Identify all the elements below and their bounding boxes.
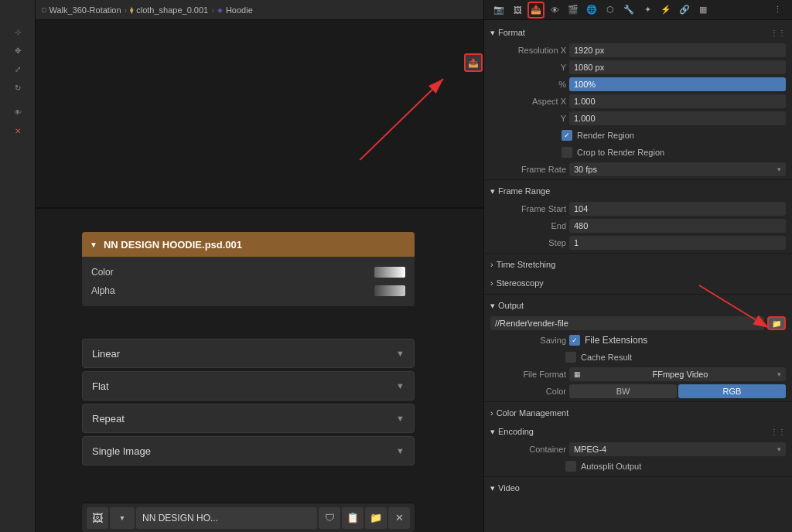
alpha-swatch [374, 285, 405, 296]
prop-constraints-icon[interactable]: 🔗 [676, 2, 693, 19]
divider-4 [484, 401, 792, 402]
prop-linear-dropdown[interactable]: Linear ▼ [82, 339, 415, 368]
section-output-header[interactable]: ▾ Output [484, 296, 792, 315]
left-sidebar-icon-1[interactable]: ⊹ [9, 23, 26, 40]
divider-2 [484, 253, 792, 254]
breadcrumb-sep-1: › [125, 5, 128, 15]
node-image-name: NN DESIGN HO... [136, 507, 317, 529]
prop-repeat-dropdown[interactable]: Repeat ▼ [82, 404, 415, 433]
section-color-mgmt-header[interactable]: › Color Management [484, 404, 792, 422]
section-format-header[interactable]: ▾ Format ⋮⋮ [484, 23, 792, 42]
output-tab-icon[interactable]: 📤 [468, 58, 479, 68]
panel-menu-icons: ⋮ [769, 2, 786, 19]
cache-result-row: Cache Result [484, 349, 792, 366]
section-time-stretching-header[interactable]: › Time Stretching [484, 255, 792, 274]
left-sidebar-icon-3[interactable]: ⤢ [9, 60, 26, 77]
frame-start-value[interactable]: 104 [569, 202, 786, 216]
color-bw-btn[interactable]: BW [569, 384, 677, 398]
prop-output-icon[interactable]: 📤 [527, 2, 544, 19]
frame-range-label: Frame Range [498, 186, 550, 196]
frame-rate-dropdown[interactable]: 30 fps ▾ [569, 162, 786, 176]
svg-line-1 [360, 79, 443, 160]
output-icon-highlight: 📤 [463, 53, 483, 73]
crop-render-region-checkbox[interactable] [562, 147, 572, 158]
prop-scene-icon[interactable]: 🎬 [565, 2, 582, 19]
format-label: Format [498, 28, 525, 37]
container-row: Container MPEG-4 ▾ [484, 441, 792, 458]
container-dropdown[interactable]: MPEG-4 ▾ [569, 442, 786, 456]
aspect-x-value[interactable]: 1.000 [569, 94, 786, 108]
right-panel-header: 📷 🖼 📤 👁 🎬 🌐 ⬡ 🔧 ✦ ⚡ 🔗 ▦ ⋮ [484, 0, 792, 20]
prop-physics-icon[interactable]: ⚡ [657, 2, 674, 19]
frame-rate-value: 30 fps [574, 165, 597, 174]
resolution-y-label: Y [497, 63, 566, 72]
resolution-y-value[interactable]: 1080 px [569, 60, 786, 74]
breadcrumb-item-2[interactable]: cloth_shape_0.001 [136, 5, 208, 15]
color-mode-label: Color [497, 387, 566, 396]
saving-label: Saving [497, 336, 566, 345]
panel-menu-icon[interactable]: ⋮ [769, 2, 786, 19]
resolution-percent-value[interactable]: 100% [569, 77, 786, 91]
node-image-dropdown[interactable]: ▼ [110, 507, 135, 529]
left-sidebar-icon-5[interactable]: 👁 [9, 104, 26, 121]
output-path-field[interactable]: //Render\render-file [490, 316, 764, 330]
prop-data-icon[interactable]: ▦ [695, 2, 712, 19]
node-shield-btn[interactable]: 🛡 [319, 507, 340, 529]
render-region-label: Render Region [577, 131, 634, 140]
left-sidebar-icon-4[interactable]: ↻ [9, 79, 26, 96]
file-format-arrow: ▾ [777, 370, 781, 378]
alpha-label: Alpha [91, 285, 115, 296]
render-region-checkbox[interactable]: ✓ [562, 130, 572, 141]
cache-result-checkbox[interactable] [565, 352, 576, 363]
breadcrumb-item-1[interactable]: Walk_360-Rotation [49, 5, 121, 15]
node-close-btn[interactable]: ✕ [388, 507, 410, 529]
file-format-dropdown[interactable]: ▦ FFmpeg Video ▾ [569, 367, 786, 381]
color-label: Color [91, 267, 114, 278]
node-collapse-icon[interactable]: ▼ [90, 240, 97, 249]
node-folder-btn[interactable]: 📁 [365, 507, 387, 529]
node-copy-btn[interactable]: 📋 [342, 507, 364, 529]
prop-camera-icon[interactable]: 📷 [490, 2, 507, 19]
node-image-icon[interactable]: 🖼 [87, 507, 108, 529]
left-sidebar-icon-2[interactable]: ✥ [9, 42, 26, 59]
divider-3 [484, 294, 792, 295]
render-region-row: ✓ Render Region [484, 127, 792, 144]
prop-world-icon[interactable]: 🌐 [583, 2, 600, 19]
alpha-row: Alpha [91, 281, 405, 300]
prop-particles-icon[interactable]: ✦ [639, 2, 656, 19]
properties-panel: ▾ Format ⋮⋮ Resolution X 1920 px Y 1080 … [484, 20, 792, 532]
format-menu-dots[interactable]: ⋮⋮ [770, 29, 786, 37]
aspect-y-value[interactable]: 1.000 [569, 111, 786, 125]
encoding-menu-dots[interactable]: ⋮⋮ [770, 428, 786, 436]
breadcrumb-item-3[interactable]: Hoodie [226, 5, 253, 15]
file-extensions-checkbox[interactable]: ✓ [569, 335, 580, 346]
autosplit-checkbox[interactable] [565, 461, 576, 472]
prop-render-icon[interactable]: 🖼 [509, 2, 526, 19]
aspect-y-row: Y 1.000 [484, 110, 792, 127]
frame-end-value[interactable]: 480 [569, 219, 786, 233]
left-sidebar-icon-6[interactable]: ✕ [9, 122, 26, 139]
frame-step-value[interactable]: 1 [569, 236, 786, 250]
frame-rate-row: Frame Rate 30 fps ▾ [484, 161, 792, 178]
file-format-row: File Format ▦ FFmpeg Video ▾ [484, 366, 792, 383]
section-encoding-header[interactable]: ▾ Encoding ⋮⋮ [484, 422, 792, 441]
prop-modifier-icon[interactable]: 🔧 [620, 2, 637, 19]
prop-view-icon[interactable]: 👁 [546, 2, 563, 19]
node-title: NN DESIGN HOODIE.psd.001 [104, 239, 242, 251]
crop-render-region-label: Crop to Render Region [577, 148, 664, 157]
frame-end-label: End [497, 221, 566, 230]
resolution-x-value[interactable]: 1920 px [569, 43, 786, 57]
section-video-header[interactable]: ▾ Video [484, 479, 792, 497]
color-mgmt-chevron: › [490, 408, 493, 418]
prop-single-image-dropdown[interactable]: Single Image ▼ [82, 436, 415, 466]
color-mgmt-label: Color Management [497, 408, 569, 418]
ffmpeg-icon: ▦ [574, 370, 581, 378]
prop-object-icon[interactable]: ⬡ [602, 2, 619, 19]
prop-flat-dropdown[interactable]: Flat ▼ [82, 371, 415, 401]
frame-step-row: Step 1 [484, 234, 792, 251]
output-path-row: //Render\render-file 📁 [484, 315, 792, 332]
section-frame-range-header[interactable]: ▾ Frame Range [484, 182, 792, 200]
section-stereoscopy-header[interactable]: › Stereoscopy [484, 274, 792, 292]
color-rgb-btn[interactable]: RGB [678, 384, 786, 398]
output-folder-btn[interactable]: 📁 [767, 316, 786, 330]
